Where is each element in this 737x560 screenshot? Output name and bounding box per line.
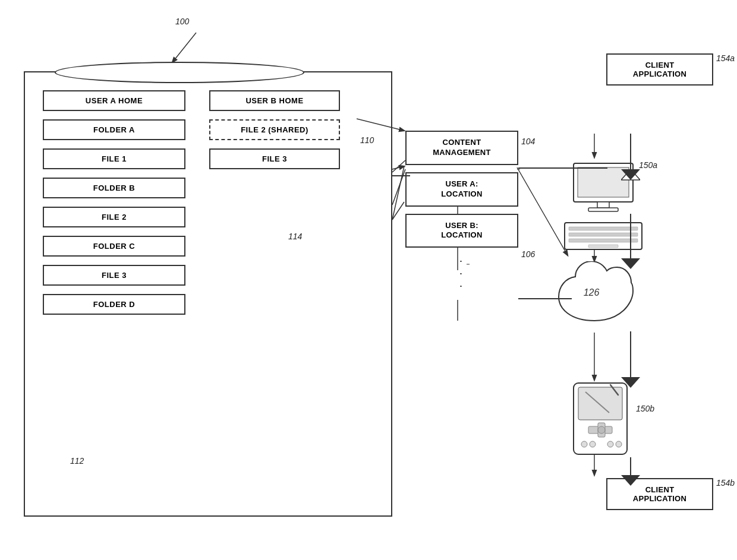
svg-point-38: [581, 441, 587, 447]
folder-a-box: FOLDER A: [43, 119, 185, 140]
pda-device: [568, 380, 633, 460]
ref-150b: 150b: [636, 404, 654, 413]
svg-line-7: [392, 202, 404, 220]
left-file-panel: USER A HOME FOLDER A FILE 1 FOLDER B FIL…: [43, 90, 185, 323]
svg-point-41: [616, 441, 622, 447]
laptop-svg: [562, 220, 645, 255]
file-1-box: FILE 1: [43, 148, 185, 169]
client-app-bottom-box: CLIENTAPPLICATION: [606, 478, 713, 510]
monitor-device: [571, 160, 636, 219]
svg-line-20: [357, 119, 404, 131]
content-management-box: CONTENTMANAGEMENT: [405, 131, 518, 165]
svg-point-39: [590, 441, 596, 447]
svg-text:126: 126: [584, 287, 600, 298]
right-connector-bottom: [630, 457, 631, 480]
svg-line-6: [392, 166, 404, 220]
ref-100: 100: [175, 17, 189, 26]
right-connector-mid2: [630, 331, 631, 380]
cloud-svg: 126: [553, 261, 636, 333]
continuation-dots: ···: [405, 255, 518, 292]
connector-line: [392, 175, 410, 176]
cms-area: CONTENTMANAGEMENT 104 USER A:LOCATION US…: [405, 131, 518, 292]
user-a-home-box: USER A HOME: [43, 90, 185, 111]
folder-d-box: FOLDER D: [43, 294, 185, 315]
cms-cloud-connector: [518, 298, 572, 299]
svg-rect-22: [578, 167, 629, 197]
user-a-location-box: USER A:LOCATION: [405, 172, 518, 207]
svg-rect-24: [588, 208, 618, 211]
folder-b-box: FOLDER B: [43, 178, 185, 198]
svg-rect-29: [588, 245, 618, 248]
cylinder-top: [55, 62, 304, 83]
svg-point-40: [607, 441, 613, 447]
svg-line-16: [392, 160, 405, 172]
right-connector-mid1: [630, 214, 631, 262]
ref-112: 112: [70, 456, 84, 466]
pda-svg: [568, 380, 633, 457]
ref-154a: 154a: [716, 53, 735, 63]
client-app-top-box: CLIENTAPPLICATION: [606, 53, 713, 86]
file-3-box: FILE 3: [43, 265, 185, 286]
ref-106: 106: [521, 249, 535, 259]
cloud-shape: 126: [553, 261, 636, 333]
laptop-device: [562, 220, 645, 258]
folder-c-box: FOLDER C: [43, 236, 185, 257]
right-file-panel: USER B HOME FILE 2 (SHARED) FILE 3: [209, 90, 340, 178]
file-2-shared-box: FILE 2 (SHARED): [209, 119, 340, 140]
ref-154b: 154b: [716, 478, 735, 488]
svg-line-8: [392, 169, 405, 205]
svg-rect-27: [569, 233, 638, 236]
svg-point-37: [598, 426, 605, 434]
user-b-home-box: USER B HOME: [209, 90, 340, 111]
file-2-box: FILE 2: [43, 207, 185, 227]
ref-104: 104: [521, 137, 535, 146]
ref-150a: 150a: [639, 160, 657, 170]
monitor-svg: [571, 160, 636, 217]
right-connector-top: [630, 134, 631, 173]
svg-rect-28: [569, 239, 638, 242]
cms-connector: [357, 71, 410, 137]
cms-device-connector: [518, 167, 607, 169]
ref-114: 114: [288, 232, 302, 241]
main-storage-box: USER A HOME FOLDER A FILE 1 FOLDER B FIL…: [24, 71, 392, 517]
svg-line-9: [517, 167, 568, 255]
user-b-location-box: USER B:LOCATION: [405, 214, 518, 248]
svg-rect-26: [569, 227, 638, 230]
file-3-right-box: FILE 3: [209, 148, 340, 169]
svg-line-0: [172, 33, 196, 62]
ref-110: 110: [360, 135, 374, 145]
svg-rect-23: [597, 202, 609, 208]
diagram: 100 102 USER A HOME FOLDER A FILE 1 FOLD…: [0, 0, 737, 560]
